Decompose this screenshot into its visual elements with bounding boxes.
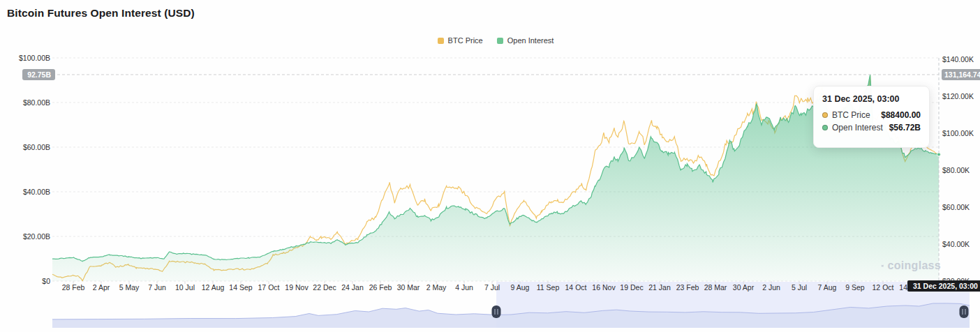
left-axis-tick: $100.00B [19,54,50,62]
x-axis-tick: 23 Feb [676,283,699,292]
x-axis-tick: 28 Mar [704,283,727,292]
navigator-left-handle[interactable] [492,305,501,318]
x-axis-tick: 19 Dec [620,283,643,292]
x-axis-tick: 28 Feb [62,283,85,292]
x-axis-tick: 14 Oct [565,283,587,292]
right-axis-tick: $80.00K [942,166,970,174]
x-axis-tick: 10 Jul [175,283,195,292]
oi-max-badge: 92.75B [22,69,55,80]
x-axis-tick: 9 Sep [845,283,864,292]
right-axis-tick: $100.00K [942,129,974,137]
x-axis-tick: 7 Jul [484,283,500,292]
x-axis-tick: 2 Jun [762,283,780,292]
x-axis-tick: 5 Jul [792,283,807,292]
left-axis-tick: $80.00B [23,98,50,107]
tooltip-row-open-interest: Open Interest $56.72B [822,123,921,133]
x-axis-tick: 9 Aug [511,283,530,292]
right-axis-tick: $120.00K [942,92,974,100]
chart-tooltip: 31 Dec 2025, 03:00 BTC Price $88400.00 O… [813,86,930,148]
x-axis-tick: 17 Oct [258,283,280,292]
left-axis-tick: $20.00B [23,232,50,241]
x-axis-tick: 12 Aug [202,283,225,292]
navigator-right-handle[interactable] [960,305,969,318]
x-axis-tick: 22 Dec [313,283,336,292]
x-axis-tick: 4 Jun [455,283,473,292]
x-axis-tick: 30 Mar [397,283,420,292]
x-axis-tick: 16 Nov [592,283,615,292]
right-axis-tick: $40.00K [942,240,970,248]
left-axis-tick: $40.00B [23,188,50,196]
price-open-interest-chart[interactable] [0,0,980,332]
open-interest-dot-icon [822,125,828,130]
left-axis-tick: $60.00B [23,143,50,151]
tooltip-date: 31 Dec 2025, 03:00 [822,94,921,104]
chart-widget: Bitcoin Futures Open Interest (USD) BTC … [0,0,980,332]
right-axis-tick: $60.00K [942,203,970,211]
price-max-badge: 131,164.74 [942,69,980,80]
x-axis-tick: 30 Apr [733,283,754,292]
x-axis-tick: 24 Jan [341,283,364,292]
x-axis-tick: 5 May [119,283,140,292]
watermark-text: coinglass [887,259,941,272]
x-axis-tick: 26 Feb [369,283,392,292]
x-axis-tick: 21 Jan [648,283,671,292]
crosshair-date-badge: 31 Dec 2025, 03:00 [907,280,980,292]
watermark: coinglass [881,257,941,274]
x-axis-tick: 11 Sep [537,283,560,292]
coinglass-logo-icon [881,259,884,273]
btc-price-dot-icon [822,112,828,118]
x-axis-tick: 7 Aug [818,283,837,292]
x-axis-tick: 14 Sep [229,283,252,292]
x-axis-tick: 12 Oct [873,283,894,292]
left-axis-tick: $0 [42,277,50,285]
tooltip-row-btc-price: BTC Price $88400.00 [822,110,921,120]
x-axis-tick: 2 May [426,283,447,292]
x-axis-tick: 7 Jun [148,283,166,292]
x-axis-tick: 19 Nov [285,283,308,292]
right-axis-tick: $140.00K [942,55,974,63]
x-axis-tick: 2 Apr [93,283,110,292]
